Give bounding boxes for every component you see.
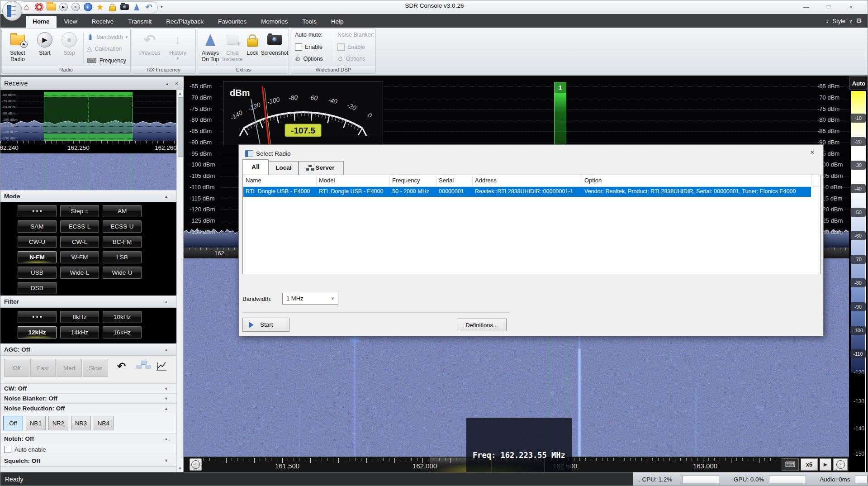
filter-8khz-button[interactable]: 8kHz	[60, 311, 99, 323]
gear-icon[interactable]: ⚙	[856, 17, 862, 25]
tab-rec-playback[interactable]: Rec/Playback	[159, 16, 210, 28]
tab-home[interactable]: Home	[26, 16, 57, 28]
bandwidth-button[interactable]: Bandwidth▾	[87, 32, 129, 43]
tab-receive[interactable]: Receive	[85, 16, 121, 28]
mode-w-fm-button[interactable]: W-FM	[60, 251, 99, 263]
tab-server[interactable]: Server	[299, 161, 344, 175]
mode-n-fm-button[interactable]: N-FM	[18, 251, 57, 263]
nr3-button[interactable]: NR3	[71, 416, 91, 430]
mode-ecss-u-button[interactable]: ECSS-U	[103, 220, 142, 233]
mode-step-button[interactable]: Step ≡	[60, 205, 99, 217]
mode-ecss-l-button[interactable]: ECSS-L	[60, 220, 99, 233]
mode-usb-button[interactable]: USB	[18, 267, 57, 279]
noise-reduction-section-header[interactable]: Noise Reduction: Off▲	[0, 403, 176, 413]
mode-section-header[interactable]: Mode▲	[0, 190, 176, 202]
tab-view[interactable]: View	[57, 16, 84, 28]
tab-local[interactable]: Local	[269, 161, 299, 175]
filter-12khz-button[interactable]: 12kHz	[18, 326, 57, 338]
noise-blanker-section-header[interactable]: Noise Blanker: Off▼	[0, 393, 176, 403]
agc-undo-icon[interactable]: ↶	[117, 360, 126, 372]
col-option[interactable]: Option	[584, 177, 806, 184]
screenshot-button[interactable]: Screenshot	[261, 31, 289, 65]
mini-passband-region[interactable]	[44, 92, 133, 141]
rx-marker-badge[interactable]: 1	[554, 82, 566, 93]
tab-transmit[interactable]: Transmit	[121, 16, 158, 28]
style-menu[interactable]: Style	[832, 18, 845, 24]
scroll-down-icon[interactable]: ▼	[178, 467, 182, 471]
calibration-button[interactable]: △Calibration	[87, 43, 129, 54]
agc-slow-button[interactable]: Slow	[83, 359, 108, 377]
previous-button[interactable]: ↶ Previous	[136, 31, 164, 65]
filter-16khz-button[interactable]: 16kHz	[103, 326, 142, 338]
noise-blanker-enable-checkbox[interactable]: Enable	[337, 42, 374, 52]
scroll-right-button[interactable]: »	[833, 458, 848, 471]
radio-row-selected[interactable]: RTL Dongle USB - E4000 RTL Dongle USB - …	[243, 187, 811, 197]
step-right-button[interactable]: ▶	[820, 458, 831, 471]
close-button[interactable]: ×	[841, 1, 861, 13]
mode-lsb-button[interactable]: LSB	[103, 251, 142, 263]
auto-range-button[interactable]: Auto	[849, 76, 868, 90]
panel-close-icon[interactable]: ×	[175, 80, 178, 87]
tab-tools[interactable]: Tools	[295, 16, 323, 28]
noise-blanker-options-button[interactable]: ⚙Options	[337, 53, 374, 64]
mode-sam-button[interactable]: SAM	[18, 220, 57, 233]
auto-enable-checkbox[interactable]	[4, 446, 11, 453]
auto-mute-enable-checkbox[interactable]: Enable	[295, 42, 331, 52]
agc-off-button[interactable]: Off	[4, 359, 29, 377]
updown-icon[interactable]: ↕	[825, 17, 829, 24]
mode-wide-l-button[interactable]: Wide-L	[60, 267, 99, 279]
mode-wide-u-button[interactable]: Wide-U	[103, 267, 142, 279]
dialog-start-button[interactable]: Start	[242, 318, 289, 332]
mode-bc-fm-button[interactable]: BC-FM	[103, 236, 142, 248]
mini-waterfall[interactable]	[0, 153, 176, 190]
nr-off-button[interactable]: Off	[3, 416, 23, 430]
history-button[interactable]: ↓ History ▾	[165, 31, 191, 65]
col-address[interactable]: Address	[475, 177, 579, 184]
tab-all[interactable]: All	[242, 159, 269, 175]
tab-favourites[interactable]: Favourites	[211, 16, 253, 28]
dialog-close-icon[interactable]: ×	[806, 147, 819, 158]
filter-14khz-button[interactable]: 14kHz	[60, 326, 99, 338]
cw-section-header[interactable]: CW: Off▼	[0, 383, 176, 393]
notch-section-header[interactable]: Notch: Off▲	[0, 433, 176, 444]
collapse-icon[interactable]: ▴	[166, 81, 168, 86]
mode-more-button[interactable]: • • •	[18, 205, 57, 217]
agc-section-header[interactable]: AGC: Off▲	[0, 343, 176, 356]
stop-button[interactable]: ■ Stop	[59, 31, 80, 65]
scroll-up-icon[interactable]: ▲	[178, 91, 182, 95]
always-on-top-button[interactable]: Always On Top	[200, 31, 221, 65]
child-instance-button[interactable]: Child Instance	[221, 31, 244, 65]
select-radio-button[interactable]: ▶ Select Radio	[5, 31, 30, 65]
agc-scheme-icon[interactable]	[136, 362, 151, 370]
app-icon[interactable]	[2, 1, 22, 21]
tab-help[interactable]: Help	[324, 16, 351, 28]
minimize-button[interactable]: —	[796, 1, 816, 13]
agc-chart-icon[interactable]	[156, 361, 167, 371]
col-frequency[interactable]: Frequency	[392, 177, 434, 184]
lock-button[interactable]: Lock	[244, 31, 261, 65]
filter-section-header[interactable]: Filter▲	[0, 295, 176, 308]
col-serial[interactable]: Serial	[439, 177, 470, 184]
scroll-left-button[interactable]: «	[190, 458, 202, 471]
bandwidth-select[interactable]: 1 MHz ∨	[282, 293, 338, 305]
nr1-button[interactable]: NR1	[26, 416, 46, 430]
agc-fast-button[interactable]: Fast	[30, 359, 56, 377]
tab-memories[interactable]: Memories	[254, 16, 294, 28]
chevron-down-icon[interactable]: ∨	[849, 19, 852, 24]
start-button[interactable]: ▶ Start	[33, 31, 56, 65]
col-name[interactable]: Name	[246, 177, 313, 184]
squelch-section-header[interactable]: Squelch: Off▼	[0, 455, 176, 467]
auto-mute-options-button[interactable]: ⚙Options	[295, 53, 331, 64]
mode-dsb-button[interactable]: DSB	[18, 282, 57, 294]
definitions-button[interactable]: Definitions...	[457, 319, 507, 331]
panel-scrollbar[interactable]: ▲ ▼	[176, 90, 183, 472]
frequency-button[interactable]: ⌨Frequency	[87, 55, 129, 66]
scrollbar-thumb[interactable]	[178, 97, 183, 157]
mini-spectrum[interactable]: -60 dBm-70 dBm-80 dBm-90 dBm-100 dBm-110…	[0, 90, 176, 142]
nr2-button[interactable]: NR2	[48, 416, 68, 430]
maximize-button[interactable]: □	[819, 1, 839, 13]
mode-cw-u-button[interactable]: CW-U	[18, 236, 57, 248]
filter-more-button[interactable]: • • •	[18, 311, 57, 323]
nr4-button[interactable]: NR4	[94, 416, 114, 430]
keyboard-entry-button[interactable]: ⌨	[782, 458, 799, 471]
